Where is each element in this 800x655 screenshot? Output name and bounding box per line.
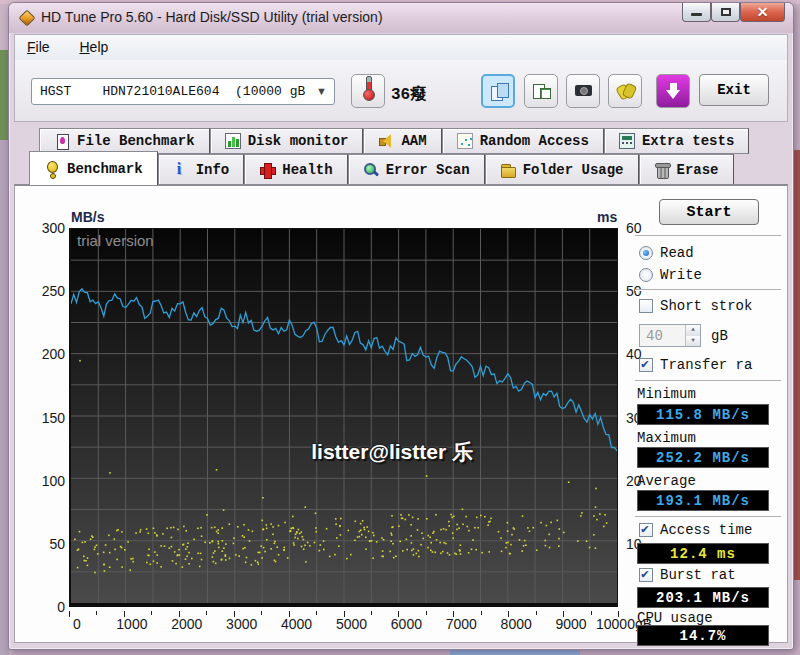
- control-panel: Start Read Write Short strok 40 ▲▼ gB: [631, 186, 789, 642]
- drive-select[interactable]: HGST HDN721010ALE604 (10000 gB ▼: [31, 78, 335, 105]
- radio-icon: [639, 268, 653, 282]
- axis-tick-label: 3000: [212, 616, 272, 632]
- tab-info[interactable]: Info: [158, 154, 245, 185]
- axis-tick-mark: [563, 611, 564, 617]
- copy-button[interactable]: [481, 74, 515, 108]
- help-donate-button[interactable]: [608, 74, 642, 108]
- axis-tick-label: 200: [33, 346, 65, 362]
- right-axis-unit: ms: [597, 209, 617, 225]
- info-icon: [173, 162, 189, 178]
- axis-tick-mark: [179, 611, 180, 617]
- axis-tick-mark: [234, 611, 235, 617]
- menu-help[interactable]: Help: [79, 39, 108, 55]
- axis-tick-label: 4000: [267, 616, 327, 632]
- radio-icon: [639, 246, 653, 260]
- watermark: listter@listter 乐: [311, 438, 473, 466]
- axis-tick-label: 5000: [322, 616, 382, 632]
- disk-monitor-icon: [225, 133, 241, 149]
- menu-file[interactable]: File: [27, 39, 50, 55]
- axis-tick-mark: [151, 611, 152, 615]
- axis-tick-mark: [591, 611, 592, 615]
- axis-tick-label: 250: [33, 283, 65, 299]
- benchmark-page: MB/s ms trial version listter@listter 乐 …: [14, 184, 788, 643]
- axis-tick-mark: [124, 611, 125, 617]
- update-button[interactable]: [656, 74, 690, 108]
- start-button[interactable]: Start: [659, 199, 759, 225]
- speaker-icon: [378, 133, 394, 149]
- burst-rate-value: 203.1 MB/s: [637, 587, 769, 608]
- maximum-label: Maximum: [637, 430, 696, 446]
- thermometer-icon: [353, 73, 369, 89]
- temperature-value: 36癈: [391, 84, 426, 105]
- tab-aam[interactable]: AAM: [363, 128, 441, 154]
- tab-folder-usage[interactable]: Folder Usage: [485, 154, 639, 185]
- axis-tick-label: 100: [33, 473, 65, 489]
- temperature-button[interactable]: [351, 74, 385, 108]
- average-value: 193.1 MB/s: [637, 490, 769, 511]
- benchmark-chart: trial version listter@listter 乐: [69, 228, 618, 607]
- drive-select-value: HGST HDN721010ALE604 (10000 gB: [40, 84, 305, 99]
- checkbox-icon: [639, 358, 653, 372]
- chevron-down-icon: ▼: [313, 83, 330, 100]
- extra-tests-icon: [619, 133, 635, 149]
- access-time-checkbox[interactable]: Access time: [639, 522, 752, 538]
- error-scan-icon: [363, 162, 379, 178]
- tab-benchmark[interactable]: Benchmark: [29, 151, 158, 185]
- tab-erase[interactable]: Erase: [639, 154, 734, 185]
- axis-tick-mark: [69, 611, 70, 617]
- cpu-usage-label: CPU usage: [637, 610, 713, 626]
- copy-icon: [491, 83, 507, 99]
- transfer-rate-checkbox[interactable]: Transfer ra: [639, 357, 752, 373]
- tab-health[interactable]: Health: [244, 154, 347, 185]
- tab-random-access[interactable]: Random Access: [442, 128, 604, 154]
- burst-rate-checkbox[interactable]: Burst rat: [639, 567, 736, 583]
- title-bar[interactable]: HD Tune Pro 5.60 - Hard Disk/SSD Utility…: [9, 3, 793, 33]
- checkbox-icon: [639, 523, 653, 537]
- maximize-icon: [721, 8, 731, 16]
- exit-button[interactable]: Exit: [699, 74, 769, 106]
- axis-tick-mark: [316, 611, 317, 615]
- screenshot-button[interactable]: [566, 74, 600, 108]
- spinner-down-icon[interactable]: ▼: [686, 336, 700, 347]
- left-axis-unit: MB/s: [71, 209, 104, 225]
- tab-disk-monitor[interactable]: Disk monitor: [210, 128, 364, 154]
- tab-error-scan[interactable]: Error Scan: [348, 154, 485, 185]
- folder-usage-icon: [500, 162, 516, 178]
- close-button[interactable]: ✕: [740, 3, 785, 22]
- axis-tick-mark: [371, 611, 372, 615]
- access-time-value: 12.4 ms: [637, 543, 769, 564]
- write-radio[interactable]: Write: [639, 267, 702, 283]
- tab-row-primary: Benchmark Info Health Error Scan Folder …: [29, 154, 734, 185]
- down-arrow-icon: [665, 82, 681, 98]
- menu-bar: File Help: [14, 34, 788, 60]
- benchmark-icon: [44, 161, 60, 177]
- axis-tick-mark: [453, 611, 454, 617]
- read-radio[interactable]: Read: [639, 245, 694, 261]
- axis-tick-label: 8000: [486, 616, 546, 632]
- random-access-icon: [457, 133, 473, 149]
- axis-tick-mark: [206, 611, 207, 615]
- size-spinner[interactable]: 40 ▲▼: [639, 324, 701, 347]
- axis-tick-label: 50: [33, 536, 65, 552]
- tab-extra-tests[interactable]: Extra tests: [604, 128, 749, 154]
- minimize-icon: [691, 13, 702, 16]
- minimize-button[interactable]: [682, 3, 711, 22]
- camera-icon: [575, 82, 591, 98]
- axis-tick-mark: [261, 611, 262, 615]
- maximum-value: 252.2 MB/s: [637, 447, 769, 468]
- size-unit: gB: [711, 328, 728, 344]
- axis-tick-mark: [289, 611, 290, 617]
- hands-icon: [617, 82, 633, 98]
- copy-to-file-icon: [533, 82, 549, 98]
- minimum-value: 115.8 MB/s: [637, 404, 769, 425]
- minimum-label: Minimum: [637, 386, 696, 402]
- average-label: Average: [637, 473, 696, 489]
- copy-to-file-button[interactable]: [524, 74, 558, 108]
- spinner-up-icon[interactable]: ▲: [686, 325, 700, 336]
- trial-version-overlay: trial version: [77, 232, 154, 249]
- axis-tick-label: 7000: [431, 616, 491, 632]
- cpu-usage-value: 14.7%: [637, 625, 769, 646]
- axis-tick-label: 9000: [541, 616, 601, 632]
- maximize-button[interactable]: [711, 3, 740, 22]
- short-stroke-checkbox[interactable]: Short strok: [639, 298, 752, 314]
